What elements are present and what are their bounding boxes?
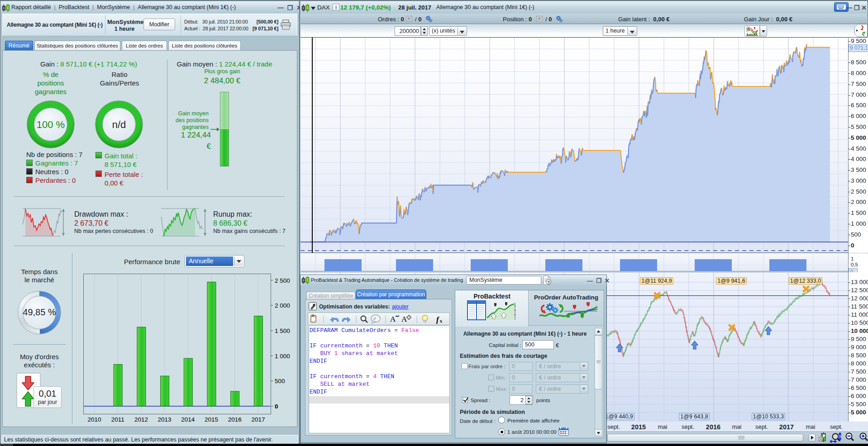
svg-text:f: f (436, 315, 440, 324)
svg-text:500: 500 (275, 378, 285, 384)
svg-text:2 500: 2 500 (275, 277, 290, 284)
svg-text:2015: 2015 (205, 416, 218, 423)
svg-text:?: ? (548, 280, 550, 285)
svg-text:2011: 2011 (111, 416, 124, 423)
svg-text:1 500: 1 500 (275, 327, 290, 334)
svg-text:1 000: 1 000 (275, 353, 290, 360)
svg-text:2014: 2014 (181, 416, 195, 423)
svg-text:2 000: 2 000 (275, 302, 290, 309)
svg-text:2012: 2012 (134, 416, 148, 423)
svg-text:A: A (401, 315, 407, 323)
svg-text:2017: 2017 (251, 416, 265, 423)
svg-text:0: 0 (275, 403, 278, 410)
svg-text:2010: 2010 (87, 416, 101, 423)
svg-text:2013: 2013 (158, 416, 172, 423)
svg-text:x: x (440, 318, 442, 323)
svg-text:2016: 2016 (228, 416, 242, 423)
svg-text:A: A (390, 315, 396, 323)
